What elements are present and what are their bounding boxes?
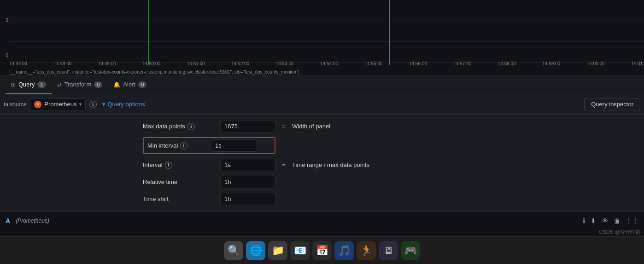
options-table: Max data points ℹ = Width of panel Min i… [143, 120, 635, 205]
min-interval-highlight-group: Min interval ℹ [143, 137, 275, 154]
delete-icon[interactable]: 🗑 [614, 217, 620, 224]
time-label-3: 14:50:00 [142, 61, 160, 66]
time-label-0: 14:47:00 [9, 61, 27, 66]
datasource-selector[interactable]: P Prometheus ▾ [30, 98, 86, 110]
bottom-row: A (Prometheus) ℹ ⬇ 👁 🗑 ⋮⋮ [0, 211, 644, 230]
alert-tab-icon: 🔔 [113, 81, 120, 88]
relative-time-label: Relative time [143, 178, 217, 185]
time-label-8: 14:55:00 [365, 61, 383, 66]
y-label-bottom: 0 [0, 53, 8, 58]
chart-area: 2 0 14:47:00 14:48:00 14:49:00 14:50:00 … [0, 0, 644, 76]
series-label: {__name__="aps_dps_count", instance="tes… [9, 69, 299, 75]
tab-alert[interactable]: 🔔 Alert 0 [108, 76, 152, 94]
info-bottom-icon[interactable]: ℹ [583, 217, 585, 224]
query-tab-icon: ⊞ [11, 81, 16, 88]
y-label-top: 2 [0, 17, 8, 23]
tab-alert-badge: 0 [138, 81, 146, 88]
interval-info-icon[interactable]: ℹ [165, 161, 172, 169]
min-interval-label: Min interval ℹ [147, 142, 207, 149]
query-inspector-button[interactable]: Query inspector [584, 98, 640, 110]
eye-icon[interactable]: 👁 [602, 217, 608, 224]
tab-alert-label: Alert [123, 81, 135, 88]
tab-transform-label: Transform [64, 81, 92, 88]
min-interval-input[interactable] [211, 139, 257, 152]
query-letter: A [6, 217, 10, 224]
drag-icon[interactable]: ⋮⋮ [626, 217, 638, 224]
taskbar-icon-7[interactable]: 🖥 [379, 241, 398, 260]
datasource-info-icon[interactable]: ℹ [89, 101, 97, 108]
time-label-11: 14:58:00 [498, 61, 516, 66]
interval-input[interactable] [220, 159, 275, 171]
taskbar-icon-3[interactable]: 📧 [290, 241, 310, 260]
tab-query[interactable]: ⊞ Query 1 [6, 76, 52, 94]
tab-query-label: Query [18, 81, 35, 88]
taskbar-icon-5[interactable]: 🎵 [334, 241, 354, 260]
tab-transform[interactable]: ⇄ Transform 0 [52, 76, 108, 94]
time-shift-label: Time shift [143, 195, 217, 202]
time-axis: 14:47:00 14:48:00 14:49:00 14:50:00 14:5… [9, 61, 644, 66]
query-options-panel: Max data points ℹ = Width of panel Min i… [0, 115, 644, 211]
time-label-7: 14:54:00 [320, 61, 338, 66]
query-source: (Prometheus) [16, 218, 49, 224]
taskbar-icon-1[interactable]: 🌐 [246, 241, 265, 260]
taskbar: 🔍 🌐 📁 📧 📅 🎵 🏃 🖥 🎮 [0, 236, 644, 264]
max-data-points-equals: = [279, 123, 288, 130]
taskbar-icon-0[interactable]: 🔍 [224, 241, 243, 260]
chevron-down-icon: ▾ [79, 102, 82, 107]
max-data-points-info-icon[interactable]: ℹ [187, 123, 195, 130]
max-data-points-input[interactable] [220, 120, 275, 132]
prometheus-icon: P [34, 101, 41, 108]
datasource-label: ta source [4, 101, 26, 108]
datasource-name: Prometheus [44, 101, 76, 108]
min-interval-info-icon[interactable]: ℹ [180, 142, 187, 149]
query-options-label: Query options [107, 101, 145, 108]
time-shift-input[interactable] [220, 193, 275, 205]
taskbar-icon-4[interactable]: 📅 [312, 241, 332, 260]
tab-transform-badge: 0 [94, 81, 102, 88]
max-data-points-label: Max data points ℹ [143, 123, 217, 130]
interval-equals: = [279, 161, 288, 168]
download-icon[interactable]: ⬇ [591, 217, 596, 224]
tabs-row: ⊞ Query 1 ⇄ Transform 0 🔔 Alert 0 [0, 76, 644, 94]
time-label-13: 15:00:00 [587, 61, 605, 66]
time-label-1: 14:48:00 [53, 61, 71, 66]
time-label-4: 14:51:00 [187, 61, 205, 66]
collapse-icon: ▾ [102, 101, 105, 108]
time-label-9: 14:56:00 [409, 61, 427, 66]
y-axis: 2 0 [0, 0, 8, 75]
query-options-row: ta source P Prometheus ▾ ℹ ▾ Query optio… [0, 94, 644, 115]
interval-description: Time range / max data points [292, 161, 635, 168]
tab-query-badge: 1 [37, 81, 46, 88]
time-label-6: 14:53:00 [276, 61, 294, 66]
csdn-watermark: CSDN @登云时刻 [599, 229, 640, 235]
relative-time-input[interactable] [220, 176, 275, 188]
time-label-5: 14:52:00 [231, 61, 249, 66]
interval-label: Interval ℹ [143, 161, 217, 169]
transform-tab-icon: ⇄ [57, 81, 62, 88]
query-options-toggle[interactable]: ▾ Query options [102, 101, 145, 108]
time-label-12: 14:59:00 [542, 61, 560, 66]
time-label-10: 14:57:00 [453, 61, 471, 66]
taskbar-icon-8[interactable]: 🎮 [401, 241, 420, 260]
max-data-points-description: Width of panel [292, 123, 635, 130]
time-label-2: 14:49:00 [98, 61, 116, 66]
time-label-14: 15:01: [631, 61, 644, 66]
bottom-icons: ℹ ⬇ 👁 🗑 ⋮⋮ [583, 217, 638, 224]
taskbar-icon-6[interactable]: 🏃 [357, 241, 376, 260]
taskbar-icon-2[interactable]: 📁 [268, 241, 287, 260]
